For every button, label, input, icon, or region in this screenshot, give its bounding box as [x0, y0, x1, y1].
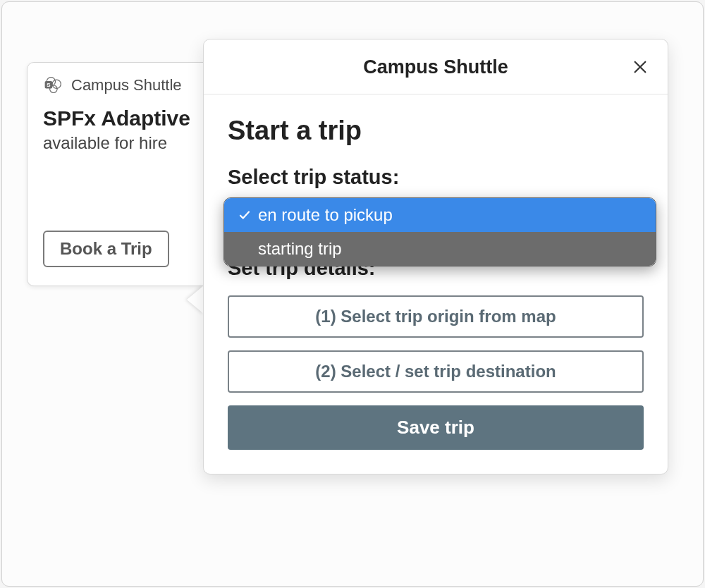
- dropdown-option-en-route[interactable]: en route to pickup: [224, 198, 656, 232]
- modal-body: Start a trip Select trip status: en rout…: [204, 94, 668, 474]
- dropdown-option-label: en route to pickup: [258, 205, 393, 225]
- modal-title: Campus Shuttle: [363, 56, 508, 78]
- trip-modal: Campus Shuttle Start a trip Select trip …: [203, 39, 668, 474]
- app-frame: S Campus Shuttle SPFx Adaptive available…: [1, 1, 704, 587]
- trip-status-select[interactable]: en route to pickup starting trip: [228, 202, 644, 241]
- svg-text:S: S: [47, 82, 50, 88]
- trip-status-dropdown: en route to pickup starting trip: [223, 197, 656, 267]
- select-status-label: Select trip status:: [228, 166, 644, 189]
- modal-header: Campus Shuttle: [204, 39, 668, 94]
- callout-pointer: [187, 286, 204, 314]
- card-app-name: Campus Shuttle: [71, 76, 182, 94]
- check-icon: [234, 209, 255, 221]
- save-trip-button[interactable]: Save trip: [228, 405, 644, 450]
- dropdown-option-label: starting trip: [258, 239, 342, 259]
- close-button[interactable]: [628, 55, 652, 79]
- select-origin-button[interactable]: (1) Select trip origin from map: [228, 295, 644, 338]
- start-trip-heading: Start a trip: [228, 116, 644, 146]
- close-icon: [632, 59, 648, 75]
- dropdown-option-starting[interactable]: starting trip: [224, 232, 656, 266]
- select-destination-button[interactable]: (2) Select / set trip destination: [228, 350, 644, 393]
- book-trip-button[interactable]: Book a Trip: [43, 231, 169, 267]
- sharepoint-icon: S: [43, 75, 63, 95]
